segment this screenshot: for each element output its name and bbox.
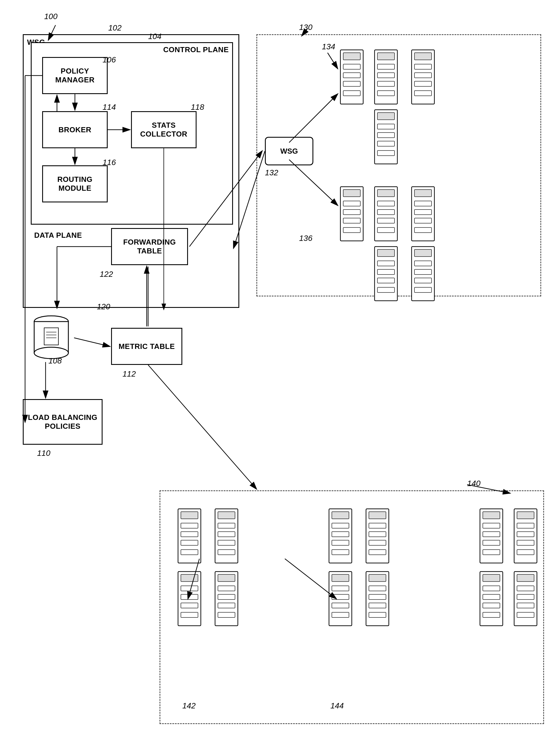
ref-100: 100 [44,12,58,21]
svg-rect-98 [332,575,349,582]
server-140-4 [513,570,538,627]
wsg-small-label: WSG [280,147,298,156]
server-136-1 [339,185,365,242]
stats-collector-box: STATS COLLECTOR [131,111,197,148]
server-136-2 [373,185,399,242]
server-136-4 [373,245,399,302]
svg-rect-128 [517,575,534,582]
ref-120: 120 [97,302,110,311]
diagram-container: 100 WSG 102 CONTROL PLANE 104 POLICY MAN… [0,0,560,756]
ref-144: 144 [331,701,344,711]
svg-rect-56 [415,249,432,256]
server-144-4 [365,570,390,627]
server-134-2 [373,49,399,105]
ref-104: 104 [148,32,161,41]
server-134-3 [410,49,436,105]
ref-106: 106 [103,55,116,64]
svg-rect-110 [483,512,500,519]
broker-box: BROKER [42,111,108,148]
routing-module-label: ROUTING MODULE [43,175,107,193]
svg-rect-116 [517,512,534,519]
ref-134: 134 [322,42,335,51]
svg-rect-38 [377,190,395,197]
ref-118: 118 [191,103,204,112]
svg-rect-32 [343,190,360,197]
policy-manager-label: POLICY MANAGER [43,67,107,84]
svg-rect-20 [415,53,432,60]
ref-112: 112 [122,369,136,379]
server-142-4 [214,570,239,627]
routing-module-box: ROUTING MODULE [42,165,108,202]
svg-rect-74 [181,575,198,582]
metric-table-box: METRIC TABLE [111,328,182,365]
svg-rect-50 [377,249,395,256]
svg-rect-104 [369,575,386,582]
ref-130: 130 [299,23,313,32]
ref-116: 116 [103,158,116,167]
svg-rect-8 [343,53,360,60]
policy-manager-box: POLICY MANAGER [42,57,108,94]
svg-rect-14 [377,53,395,60]
server-134-1 [339,49,365,105]
server-136-3 [410,185,436,242]
server-142-3 [177,570,202,627]
forwarding-table-box: FORWARDING TABLE [111,228,188,265]
server-134-4 [373,108,399,165]
svg-rect-86 [332,512,349,519]
ref-114: 114 [103,103,116,112]
data-plane-label: DATA PLANE [34,231,82,240]
database-icon [28,311,74,362]
ref-110: 110 [37,449,51,458]
wsg-small-box: WSG [265,137,313,165]
load-balancing-box: LOAD BALANCING POLICIES [23,399,103,445]
server-140-2 [513,507,538,564]
svg-rect-68 [218,512,235,519]
server-142-1 [177,507,202,564]
server-142-2 [214,507,239,564]
forwarding-table-label: FORWARDING TABLE [112,238,187,255]
ref-142: 142 [182,701,196,711]
svg-line-151 [148,365,256,489]
svg-rect-92 [369,512,386,519]
server-140-3 [479,570,504,627]
load-balancing-label: LOAD BALANCING POLICIES [24,413,102,431]
svg-rect-122 [483,575,500,582]
stats-collector-label: STATS COLLECTOR [132,121,196,138]
server-136-5 [410,245,436,302]
ref-136: 136 [299,234,313,243]
ref-122: 122 [100,270,113,279]
svg-line-140 [74,338,110,346]
svg-rect-3 [44,328,58,345]
control-plane-label: CONTROL PLANE [163,45,229,54]
svg-rect-26 [377,113,395,120]
svg-rect-44 [415,190,432,197]
ref-108: 108 [48,356,62,366]
right-cluster-box [256,34,541,296]
server-140-1 [479,507,504,564]
server-144-1 [327,507,353,564]
metric-table-label: METRIC TABLE [119,342,175,351]
ref-102: 102 [108,23,122,33]
svg-rect-62 [181,512,198,519]
broker-label: BROKER [58,125,92,134]
ref-132: 132 [265,168,278,177]
ref-140: 140 [467,479,481,488]
server-144-2 [365,507,390,564]
svg-rect-80 [218,575,235,582]
server-144-3 [327,570,353,627]
